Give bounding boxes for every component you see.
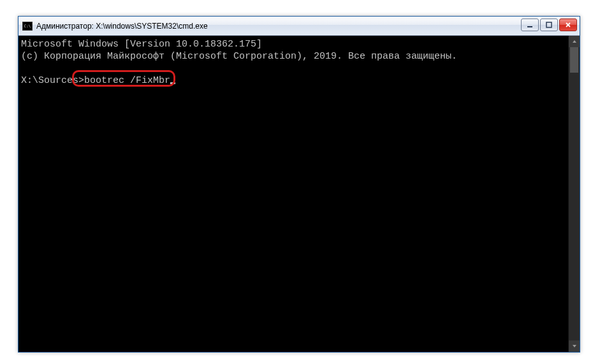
- titlebar[interactable]: Администратор: X:\windows\SYSTEM32\cmd.e…: [18, 17, 580, 36]
- console-output[interactable]: Microsoft Windows [Version 10.0.18362.17…: [21, 38, 566, 349]
- text-cursor: [170, 82, 175, 84]
- cmd-icon: [22, 22, 33, 31]
- typed-command: bootrec /FixMbr: [84, 75, 170, 86]
- minimize-button[interactable]: [521, 18, 539, 31]
- window-controls: [521, 18, 577, 31]
- scroll-down-button[interactable]: [569, 340, 580, 352]
- close-button[interactable]: [559, 18, 577, 31]
- prompt: X:\Sources>: [21, 75, 84, 86]
- svg-rect-0: [527, 26, 532, 27]
- scroll-up-button[interactable]: [569, 36, 580, 47]
- maximize-button[interactable]: [540, 18, 558, 31]
- version-line: Microsoft Windows [Version 10.0.18362.17…: [21, 39, 262, 50]
- copyright-line: (c) Корпорация Майкрософт (Microsoft Cor…: [21, 51, 457, 62]
- client-area: Microsoft Windows [Version 10.0.18362.17…: [18, 36, 580, 352]
- window-title: Администратор: X:\windows\SYSTEM32\cmd.e…: [36, 22, 208, 31]
- scroll-thumb[interactable]: [570, 47, 578, 73]
- cmd-window: Администратор: X:\windows\SYSTEM32\cmd.e…: [18, 16, 580, 353]
- svg-rect-1: [546, 22, 552, 27]
- vertical-scrollbar[interactable]: [568, 36, 580, 352]
